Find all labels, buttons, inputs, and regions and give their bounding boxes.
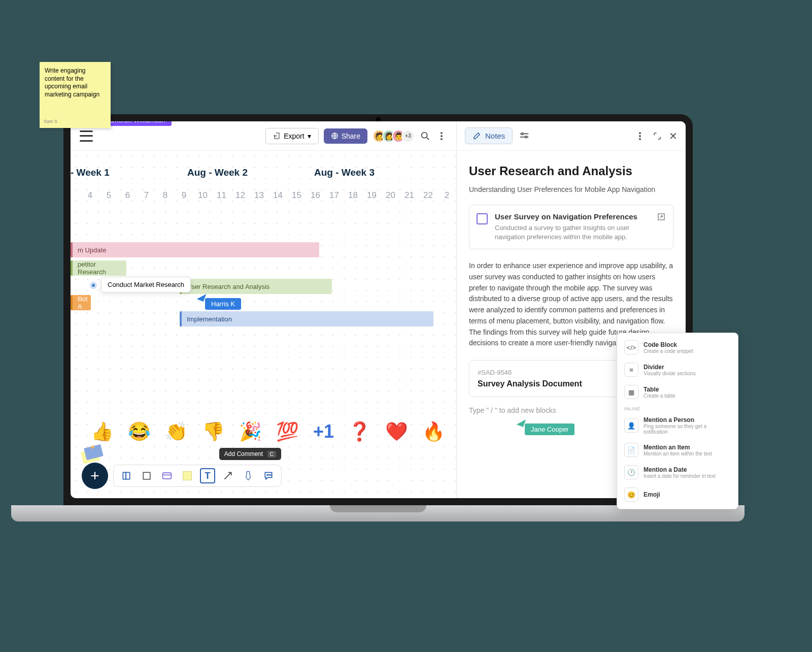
code-block-icon: </> [624, 340, 638, 354]
emoji-thumbs-down[interactable]: 👎 [202, 421, 225, 442]
slash-title: Divider [644, 364, 696, 371]
slash-desc: Insert a date for reminder in text [644, 473, 716, 479]
sticky-note[interactable]: Write engaging content for the upcoming … [40, 62, 111, 128]
sticky-tool-icon[interactable] [180, 468, 195, 483]
share-button[interactable]: Share [324, 128, 367, 144]
survey-card[interactable]: User Survey on Navigation Preferences Co… [469, 205, 673, 249]
emoji-clap[interactable]: 👏 [165, 421, 188, 442]
export-icon [273, 132, 281, 140]
emoji-plus-one[interactable]: +1 [313, 421, 334, 442]
day: 12 [231, 190, 250, 201]
task-bar[interactable]: User Research and Analysis [180, 279, 332, 294]
day: 19 [362, 190, 381, 201]
frame-tool-icon[interactable] [119, 468, 134, 483]
menu-icon[interactable] [80, 131, 93, 142]
panel-subtitle: Understanding User Preferences for Mobil… [469, 185, 673, 193]
edit-icon [472, 132, 481, 140]
slash-item-code-block[interactable]: </> Code BlockCreate a code snippet [617, 336, 738, 358]
slash-title: Mention a Date [644, 466, 716, 473]
day: 13 [250, 190, 268, 201]
emoji-question[interactable]: ❓ [348, 421, 371, 442]
search-icon[interactable] [420, 131, 431, 142]
share-label: Share [342, 132, 360, 140]
globe-icon [331, 132, 339, 140]
emoji-heart[interactable]: ❤️ [385, 421, 408, 442]
slash-item-mention-person[interactable]: 👤 Mention a PersonPing someone so they g… [617, 412, 738, 439]
svg-point-12 [522, 133, 524, 135]
emoji-thumbs-up[interactable]: 👍 [91, 421, 114, 442]
day: 11 [212, 190, 231, 201]
item-icon: 📄 [624, 443, 638, 457]
emoji-laugh[interactable]: 😂 [128, 421, 151, 442]
cursor-name: Jane Cooper [531, 426, 568, 433]
avatar-more[interactable]: +3 [401, 129, 415, 143]
slash-item-mention-item[interactable]: 📄 Mention an ItemMention an item within … [617, 439, 738, 461]
day: 9 [175, 190, 193, 201]
panel-actions: ✕ [634, 130, 678, 142]
more-icon[interactable] [634, 131, 646, 142]
svg-point-1 [422, 132, 427, 138]
highlighter-tool-icon[interactable] [241, 468, 256, 483]
slash-item-divider[interactable]: ≡ DividerVisually divide sections [617, 358, 738, 381]
notes-topbar: Notes ✕ [457, 121, 686, 151]
cursor-name: Cameron Williamson [105, 121, 165, 124]
task-label: User Research and Analysis [187, 283, 269, 290]
laptop-frame: Export ▾ Share 🧑 👩 👨 +3 [63, 114, 693, 505]
emoji-fire[interactable]: 🔥 [422, 421, 445, 442]
week-headers: - Week 1 Aug - Week 2 Aug - Week 3 [71, 151, 456, 183]
slash-desc: Ping someone so they get a notification [644, 423, 731, 435]
emoji-icon: 😊 [624, 487, 638, 502]
day: 14 [268, 190, 287, 201]
filter-icon[interactable] [519, 131, 530, 142]
slash-item-table[interactable]: ▦ TableCreate a table [617, 381, 738, 403]
day: 6 [118, 190, 137, 201]
comment-tool-icon[interactable] [261, 468, 276, 483]
task-bar[interactable]: m Update [71, 242, 319, 257]
chevron-down-icon: ▾ [308, 132, 311, 140]
slash-item-mention-date[interactable]: 🕐 Mention a DateInsert a date for remind… [617, 461, 738, 483]
task-bar[interactable]: Implementation [180, 311, 433, 327]
day: 22 [419, 190, 437, 201]
checkbox[interactable] [477, 213, 488, 224]
arrow-tool-icon[interactable] [220, 468, 235, 483]
day: 16 [306, 190, 325, 201]
person-icon: 👤 [624, 418, 638, 433]
bottom-toolbar: + T Add Comment C [82, 463, 282, 489]
export-button[interactable]: Export ▾ [265, 128, 318, 144]
more-icon[interactable] [436, 131, 447, 142]
table-icon: ▦ [624, 385, 638, 399]
day-row: 456789101112131415161718192021222 [71, 183, 456, 208]
day: 7 [137, 190, 156, 201]
task-bar[interactable]: lliot A [71, 295, 91, 310]
emoji-100[interactable]: 💯 [276, 421, 299, 442]
timeline[interactable]: - Week 1 Aug - Week 2 Aug - Week 3 45678… [71, 151, 456, 498]
canvas-panel: Export ▾ Share 🧑 👩 👨 +3 [71, 121, 456, 498]
day: 15 [287, 190, 306, 201]
cursor-name: Harris K [211, 300, 235, 308]
notes-button[interactable]: Notes [465, 127, 513, 144]
slash-item-emoji[interactable]: 😊 Emoji [617, 483, 738, 506]
add-button[interactable]: + [82, 463, 108, 489]
slash-menu[interactable]: </> Code BlockCreate a code snippet ≡ Di… [617, 333, 738, 509]
slash-title: Emoji [644, 491, 660, 498]
avatar-group[interactable]: 🧑 👩 👨 +3 [373, 129, 415, 143]
tooltip-text: Conduct Market Research [108, 281, 184, 288]
tooltip-key: C [267, 451, 276, 458]
emoji-party[interactable]: 🎉 [239, 421, 262, 442]
day: 21 [400, 190, 419, 201]
close-icon[interactable]: ✕ [669, 130, 678, 142]
svg-rect-4 [143, 472, 150, 479]
expand-icon[interactable] [653, 132, 662, 141]
card-tool-icon[interactable] [159, 468, 175, 483]
rectangle-tool-icon[interactable] [139, 468, 154, 483]
survey-desc: Conducted a survey to gather insights on… [495, 223, 650, 242]
text-tool-icon[interactable]: T [200, 468, 215, 483]
task-tooltip: Conduct Market Research [101, 277, 191, 292]
task-bar[interactable]: petitor Research [71, 260, 126, 276]
task-handle[interactable] [90, 282, 97, 289]
open-icon[interactable] [657, 212, 666, 221]
date-icon: 🕐 [624, 465, 638, 479]
export-label: Export [284, 132, 304, 140]
day: 2 [437, 190, 456, 201]
comment-tooltip: Add Comment C [219, 448, 281, 460]
